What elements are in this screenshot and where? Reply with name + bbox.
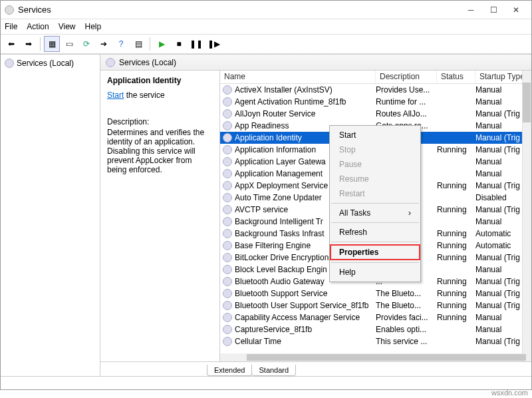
cell-status: Running bbox=[437, 253, 475, 262]
menu-file[interactable]: File bbox=[5, 22, 17, 31]
cell-description: Runtime for ... bbox=[376, 97, 437, 106]
ctx-pause: Pause bbox=[330, 157, 420, 172]
cell-description: The Blueto... bbox=[376, 289, 437, 298]
menu-action[interactable]: Action bbox=[27, 22, 49, 31]
minimize-button[interactable]: ─ bbox=[460, 3, 482, 17]
ctx-refresh[interactable]: Refresh bbox=[330, 225, 420, 240]
cell-status: Running bbox=[437, 277, 475, 286]
forward-button[interactable]: ➡ bbox=[21, 36, 37, 52]
service-list: Name Description Status Startup Type Act… bbox=[220, 71, 531, 361]
toolbar: ⬅ ➡ ▦ ▭ ⟳ ➔ ? ▤ ▶ ■ ❚❚ ❚▶ bbox=[1, 34, 531, 54]
pause-service-button[interactable]: ❚❚ bbox=[188, 36, 204, 52]
cell-status: Running bbox=[437, 241, 475, 250]
separator bbox=[331, 203, 419, 204]
gear-icon bbox=[223, 133, 232, 142]
services-window: Services ─ ☐ ✕ File Action View Help ⬅ ➡… bbox=[0, 0, 532, 390]
export-button[interactable]: ➔ bbox=[96, 36, 112, 52]
tree-services-local[interactable]: Services (Local) bbox=[3, 57, 97, 69]
refresh-button[interactable]: ⟳ bbox=[78, 36, 94, 52]
tab-standard[interactable]: Standard bbox=[251, 365, 296, 376]
properties-button[interactable]: ▭ bbox=[61, 36, 77, 52]
service-row[interactable]: Bluetooth User Support Service_8f1fbThe … bbox=[220, 299, 531, 311]
back-button[interactable]: ⬅ bbox=[3, 36, 19, 52]
restart-service-button[interactable]: ❚▶ bbox=[205, 36, 221, 52]
ctx-resume: Resume bbox=[330, 172, 420, 186]
gear-icon bbox=[223, 265, 232, 274]
tab-extended[interactable]: Extended bbox=[207, 365, 252, 376]
column-headers[interactable]: Name Description Status Startup Type bbox=[220, 71, 531, 84]
gear-icon bbox=[223, 241, 232, 250]
col-name[interactable]: Name bbox=[220, 71, 376, 83]
ctx-help[interactable]: Help bbox=[330, 265, 420, 280]
ctx-restart: Restart bbox=[330, 186, 420, 201]
right-pane: Services (Local) Application Identity St… bbox=[100, 55, 531, 376]
cell-status: Running bbox=[437, 313, 475, 322]
detail-panel: Application Identity Start the service D… bbox=[100, 71, 220, 361]
service-row[interactable]: AllJoyn Router ServiceRoutes AllJo...Man… bbox=[220, 108, 531, 120]
gear-icon bbox=[223, 277, 232, 286]
columns-button[interactable]: ▤ bbox=[130, 36, 146, 52]
service-row[interactable]: ActiveX Installer (AxInstSV)Provides Use… bbox=[220, 84, 531, 96]
gear-icon bbox=[223, 181, 232, 190]
separator bbox=[331, 242, 419, 242]
service-row[interactable]: CaptureService_8f1fbEnables opti...Manua… bbox=[220, 323, 531, 335]
close-button[interactable]: ✕ bbox=[505, 3, 527, 17]
header-title: Services (Local) bbox=[119, 58, 176, 67]
cell-status: Running bbox=[437, 301, 475, 310]
gear-icon bbox=[223, 337, 232, 346]
cell-description: Routes AllJo... bbox=[376, 109, 437, 118]
separator bbox=[331, 222, 419, 223]
status-bar bbox=[1, 376, 531, 389]
chevron-right-icon: › bbox=[408, 208, 411, 218]
cell-description: Provides faci... bbox=[376, 313, 437, 322]
col-description[interactable]: Description bbox=[376, 71, 437, 83]
gear-icon bbox=[223, 121, 232, 130]
titlebar[interactable]: Services ─ ☐ ✕ bbox=[1, 1, 531, 19]
gear-icon bbox=[223, 145, 232, 154]
scroll-thumb[interactable] bbox=[523, 83, 531, 122]
cell-description: Enables opti... bbox=[376, 325, 437, 334]
gear-icon bbox=[223, 157, 232, 166]
show-hide-tree-button[interactable]: ▦ bbox=[44, 36, 60, 52]
service-row[interactable]: Bluetooth Support ServiceThe Blueto...Ru… bbox=[220, 288, 531, 299]
stop-service-button[interactable]: ■ bbox=[171, 36, 187, 52]
cell-name: Capability Access Manager Service bbox=[235, 313, 376, 322]
service-row[interactable]: Cellular TimeThis service ...Manual (Tri… bbox=[220, 335, 531, 347]
menu-view[interactable]: View bbox=[59, 22, 76, 31]
cell-status: Running bbox=[437, 289, 475, 298]
gear-icon bbox=[223, 229, 232, 238]
start-link[interactable]: Start bbox=[107, 91, 124, 100]
cell-name: Cellular Time bbox=[235, 337, 376, 346]
console-tree: Services (Local) bbox=[1, 55, 100, 376]
help-button[interactable]: ? bbox=[113, 36, 129, 52]
gear-icon bbox=[223, 217, 232, 226]
service-row[interactable]: Capability Access Manager ServiceProvide… bbox=[220, 311, 531, 323]
gear-icon bbox=[5, 59, 14, 68]
cell-status: Running bbox=[437, 181, 475, 190]
split: Application Identity Start the service D… bbox=[100, 71, 531, 361]
horizontal-scrollbar[interactable] bbox=[220, 353, 522, 361]
gear-icon bbox=[106, 58, 115, 67]
cell-name: Bluetooth User Support Service_8f1fb bbox=[235, 301, 376, 310]
cell-description: This service ... bbox=[376, 337, 437, 346]
gear-icon bbox=[223, 169, 232, 178]
start-service-button[interactable]: ▶ bbox=[154, 36, 170, 52]
service-row[interactable]: Agent Activation Runtime_8f1fbRuntime fo… bbox=[220, 96, 531, 108]
services-icon bbox=[5, 5, 14, 15]
ctx-properties[interactable]: Properties bbox=[330, 244, 420, 260]
menu-help[interactable]: Help bbox=[85, 22, 102, 31]
cell-status: Running bbox=[437, 145, 475, 154]
gear-icon bbox=[223, 301, 232, 310]
col-status[interactable]: Status bbox=[437, 71, 475, 83]
cell-name: AllJoyn Router Service bbox=[235, 109, 376, 118]
maximize-button[interactable]: ☐ bbox=[482, 3, 505, 17]
gear-icon bbox=[223, 193, 232, 202]
header-bar: Services (Local) bbox=[100, 55, 531, 71]
vertical-scrollbar[interactable] bbox=[522, 71, 531, 361]
window-title: Services bbox=[18, 5, 460, 15]
gear-icon bbox=[223, 85, 232, 95]
ctx-start[interactable]: Start bbox=[330, 128, 420, 142]
scroll-thumb[interactable] bbox=[247, 354, 526, 361]
ctx-all-tasks[interactable]: All Tasks› bbox=[330, 206, 420, 220]
cell-description: The Blueto... bbox=[376, 301, 437, 310]
